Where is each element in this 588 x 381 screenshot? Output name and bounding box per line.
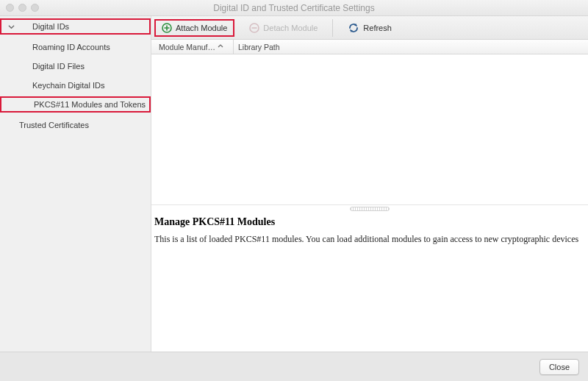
zoom-window-icon[interactable] — [31, 4, 39, 12]
sidebar: Digital IDs Roaming ID Accounts Digital … — [0, 16, 151, 352]
sidebar-item-roaming-id[interactable]: Roaming ID Accounts — [0, 39, 151, 55]
sidebar-item-pkcs11[interactable]: PKCS#11 Modules and Tokens — [0, 96, 151, 113]
sidebar-item-digital-ids[interactable]: Digital IDs — [0, 18, 151, 35]
sort-asc-icon — [218, 43, 223, 51]
refresh-label: Refresh — [363, 24, 392, 32]
sidebar-root-label: Digital IDs — [16, 22, 69, 31]
settings-window: Digital ID and Trusted Certificate Setti… — [0, 0, 588, 381]
chevron-down-icon — [6, 24, 16, 30]
sidebar-item-trusted-certs[interactable]: Trusted Certificates — [0, 117, 151, 133]
window-title: Digital ID and Trusted Certificate Setti… — [0, 3, 588, 13]
attach-module-button[interactable]: Attach Module — [154, 19, 234, 37]
sidebar-item-label: Roaming ID Accounts — [32, 43, 110, 51]
detach-module-button: Detach Module — [243, 19, 323, 37]
minus-icon — [249, 23, 259, 33]
plus-icon — [162, 23, 172, 33]
pane-splitter[interactable] — [151, 204, 588, 212]
footer: Close — [0, 352, 588, 381]
refresh-icon — [348, 22, 359, 34]
toolbar: Attach Module Detach Module Refresh — [151, 16, 588, 40]
close-window-icon[interactable] — [6, 4, 14, 12]
sidebar-item-label: PKCS#11 Modules and Tokens — [34, 100, 146, 109]
window-controls — [6, 4, 39, 12]
modules-list[interactable] — [151, 54, 588, 204]
close-button[interactable]: Close — [539, 359, 579, 375]
column-header-row: Module Manuf… Library Path — [151, 40, 588, 54]
sidebar-item-label: Trusted Certificates — [19, 121, 89, 129]
column-header-manufacturer[interactable]: Module Manuf… — [154, 40, 234, 54]
close-button-label: Close — [549, 363, 570, 371]
detach-module-label: Detach Module — [263, 24, 318, 32]
titlebar: Digital ID and Trusted Certificate Setti… — [0, 0, 588, 16]
column-header-label: Library Path — [238, 43, 280, 51]
refresh-button[interactable]: Refresh — [342, 19, 398, 37]
sidebar-item-label: Digital ID Files — [32, 62, 85, 71]
detail-pane: Manage PKCS#11 Modules This is a list of… — [151, 212, 588, 352]
detail-heading: Manage PKCS#11 Modules — [154, 216, 582, 228]
main-panel: Attach Module Detach Module Refresh — [151, 16, 588, 352]
column-header-label: Module Manuf… — [159, 43, 215, 51]
sidebar-item-label: Keychain Digital IDs — [32, 81, 104, 90]
toolbar-separator — [332, 19, 333, 37]
sidebar-item-digital-id-files[interactable]: Digital ID Files — [0, 58, 151, 74]
attach-module-label: Attach Module — [176, 24, 227, 32]
window-body: Digital IDs Roaming ID Accounts Digital … — [0, 16, 588, 352]
detail-body: This is a list of loaded PKCS#11 modules… — [154, 234, 582, 245]
column-header-library-path[interactable]: Library Path — [234, 43, 284, 51]
sidebar-item-keychain[interactable]: Keychain Digital IDs — [0, 77, 151, 93]
grip-icon — [350, 207, 390, 211]
minimize-window-icon[interactable] — [18, 4, 26, 12]
